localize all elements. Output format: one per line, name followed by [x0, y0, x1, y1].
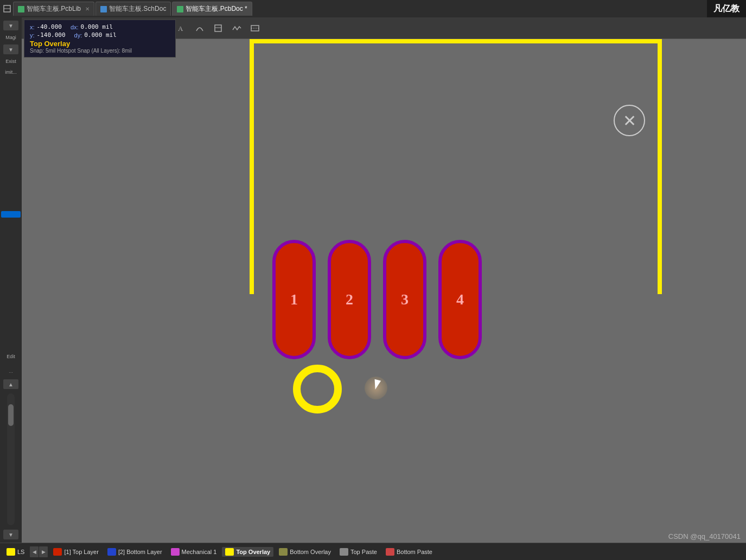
layer-top-overlay[interactable]: Top Overlay: [222, 547, 273, 557]
active-layer-display: Top Overlay: [30, 40, 170, 48]
tab-favicon-pcblib: [18, 6, 24, 12]
y-coord: y: -140.000: [30, 31, 66, 39]
pad-number-1: 1: [290, 291, 298, 308]
sidebar-scroll-thumb: [8, 404, 14, 426]
layer-label-top: [1] Top Layer: [64, 549, 98, 555]
sidebar-scroll-area: ⋯: [1, 368, 21, 377]
coord-display: x: -40.000 dx: 0.000 mil: [30, 23, 170, 30]
x-value: -40.000: [37, 23, 62, 30]
layer-color-ls: [7, 548, 15, 556]
toolbar-square-btn[interactable]: [247, 21, 263, 36]
sidebar-btn-imit[interactable]: imit...: [1, 67, 21, 77]
toolbar-text-btn[interactable]: A: [174, 21, 189, 36]
info-panel: x: -40.000 dx: 0.000 mil y: -140.000 dy:…: [24, 20, 176, 58]
layer-label-top-overlay: Top Overlay: [236, 549, 270, 555]
pad-number-2: 2: [346, 291, 353, 308]
layer-color-top-paste: [340, 548, 348, 556]
layer-top[interactable]: [1] Top Layer: [50, 547, 101, 557]
pad-number-4: 4: [456, 291, 464, 308]
pad-1[interactable]: 1: [272, 240, 316, 359]
top-right-logo: 凡亿教: [707, 0, 746, 17]
sidebar-scrollbar[interactable]: [7, 393, 15, 525]
sidebar-btn-edit[interactable]: Edit: [1, 352, 21, 361]
layer-top-paste[interactable]: Top Paste: [336, 547, 380, 557]
layer-bottom-overlay[interactable]: Bottom Overlay: [276, 547, 334, 557]
tab-pcbdoc[interactable]: 智能车主板.PcbDoc *: [172, 2, 252, 16]
layer-color-top: [53, 548, 62, 556]
watermark: CSDN @qq_40170041: [668, 532, 741, 540]
y-label: y:: [30, 32, 35, 39]
layer-color-bottom-paste: [386, 548, 394, 556]
layer-label-mechanical: Mechanical 1: [182, 549, 217, 555]
sidebar-btn-exist[interactable]: Exist: [1, 56, 21, 66]
layer-color-bottom-overlay: [279, 548, 288, 556]
svg-rect-17: [251, 26, 259, 31]
pad-container: 1 2 3 4: [272, 240, 482, 359]
layer-color-mechanical: [171, 548, 180, 556]
svg-text:A: A: [178, 24, 183, 33]
layer-color-top-overlay: [225, 548, 234, 556]
dy-value: 0.000 mil: [84, 31, 117, 39]
pad-number-3: 3: [401, 291, 409, 308]
coord-display-y: y: -140.000 dy: 0.000 mil: [30, 31, 170, 39]
sidebar-arrow-down[interactable]: ▲: [3, 379, 18, 389]
pcb-content: 1 2 3 4: [22, 39, 746, 543]
tab-favicon-pcbdoc: [177, 6, 183, 12]
layer-label-bottom: [2] Bottom Layer: [118, 549, 162, 555]
svg-rect-15: [215, 25, 221, 31]
left-sidebar: ▼ Magi ▼ Exist imit... Edit ⋯ ▲ ▼: [0, 17, 22, 543]
dx-label: dx:: [71, 24, 79, 30]
snap-info: Snap: 5mil Hotspot Snap (All Layers): 8m…: [30, 48, 170, 54]
x-label: x:: [30, 24, 35, 30]
toolbar-arc-btn[interactable]: [192, 21, 207, 36]
through-hole-pad[interactable]: [293, 365, 342, 413]
toolbar-wave-btn[interactable]: [229, 21, 244, 36]
layer-mechanical[interactable]: Mechanical 1: [168, 547, 220, 557]
sidebar-btn-active[interactable]: [1, 211, 21, 218]
sidebar-arrow-bottom[interactable]: ▼: [3, 530, 18, 539]
x-coord: x: -40.000: [30, 23, 62, 30]
tab-schdoc[interactable]: 智能车主板.SchDoc: [95, 2, 171, 16]
tab-favicon-schdoc: [100, 6, 107, 12]
layer-prev-btn[interactable]: ◀: [30, 546, 39, 557]
layer-bottom[interactable]: [2] Bottom Layer: [104, 547, 165, 557]
layer-label-top-paste: Top Paste: [350, 549, 377, 555]
sidebar-btn-magi[interactable]: Magi: [1, 33, 21, 42]
tab-label-pcblib: 智能车主板.PcbLib: [27, 4, 81, 14]
pad-4[interactable]: 4: [438, 240, 482, 359]
dx-value: 0.000 mil: [81, 23, 113, 30]
layer-nav: ◀ ▶: [30, 546, 48, 557]
pcb-canvas[interactable]: 1 2 3 4: [22, 39, 746, 543]
cursor-shadow: [365, 377, 387, 399]
y-value: -140.000: [37, 31, 66, 39]
tab-close-pcblib[interactable]: ✕: [85, 6, 90, 12]
tab-label-schdoc: 智能车主板.SchDoc: [109, 4, 166, 14]
tab-label-pcbdoc: 智能车主板.PcbDoc *: [186, 4, 247, 14]
layer-label-bottom-paste: Bottom Paste: [397, 549, 432, 555]
toolbar-rect-btn[interactable]: [211, 21, 226, 36]
sidebar-arrow-2[interactable]: ▼: [3, 44, 18, 54]
dy-label: dy:: [74, 32, 82, 39]
pad-3[interactable]: 3: [383, 240, 426, 359]
layer-label-ls: LS: [17, 549, 24, 555]
layer-bar: LS ◀ ▶ [1] Top Layer [2] Bottom Layer Me…: [0, 543, 746, 560]
layer-color-bottom: [107, 548, 116, 556]
sidebar-arrow-up[interactable]: ▼: [3, 21, 18, 30]
tab-pcblib[interactable]: 智能车主板.PcbLib ✕: [13, 2, 94, 16]
dy-coord: dy: 0.000 mil: [74, 31, 117, 39]
layer-label-bottom-overlay: Bottom Overlay: [290, 549, 331, 555]
layer-next-btn[interactable]: ▶: [39, 546, 48, 557]
tab-bar: 智能车主板.PcbLib ✕ 智能车主板.SchDoc 智能车主板.PcbDoc…: [0, 0, 746, 17]
dx-coord: dx: 0.000 mil: [71, 23, 113, 30]
app-icon: [2, 4, 12, 14]
component-marker: [613, 104, 646, 137]
layer-bottom-paste[interactable]: Bottom Paste: [382, 547, 436, 557]
pad-2[interactable]: 2: [328, 240, 371, 359]
layer-ls[interactable]: LS: [3, 547, 28, 557]
